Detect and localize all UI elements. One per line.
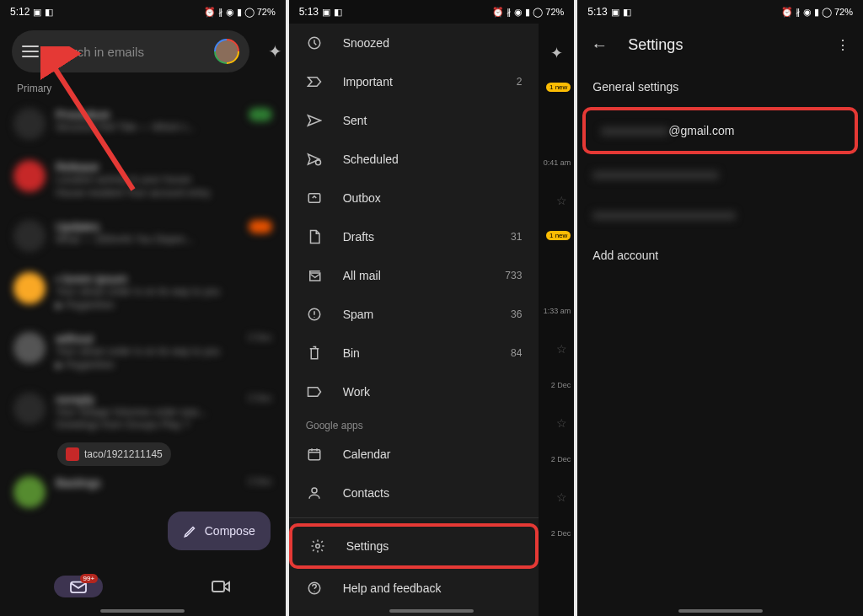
nav-help[interactable]: Help and feedback <box>289 569 539 608</box>
spam-icon <box>306 306 323 323</box>
notif-icon-2: ◧ <box>334 7 342 18</box>
clock-icon <box>306 35 323 51</box>
nav-important[interactable]: Important 2 <box>289 62 539 101</box>
star-icon[interactable]: ☆ <box>556 490 567 504</box>
help-icon <box>306 580 323 597</box>
settings-account-2[interactable] <box>577 154 863 195</box>
gear-icon <box>309 538 326 554</box>
settings-account-1[interactable]: @gmail.com <box>586 110 855 151</box>
battery-percent: 72% <box>257 7 276 17</box>
settings-account-3[interactable] <box>577 195 863 235</box>
svg-point-4 <box>315 160 320 165</box>
star-icon[interactable]: ☆ <box>556 416 567 430</box>
notif-icon-2: ◧ <box>623 7 631 18</box>
signal-icon: ▮ <box>525 7 530 18</box>
nav-section-header: Google apps <box>289 411 539 435</box>
status-time: 5:13 <box>587 6 607 18</box>
drawer-scrim[interactable]: ✦ 1 new 0:41 am☆ 1 new 1:33 am☆ 2 Dec☆ 2… <box>539 40 574 616</box>
back-arrow-icon[interactable]: ← <box>591 35 608 55</box>
email-item[interactable]: ▪ lorem ipsum Your ulivan order is on it… <box>0 262 286 322</box>
battery-percent: 72% <box>834 7 853 17</box>
notif-icon: ▣ <box>33 7 41 18</box>
nav-settings[interactable]: Settings <box>292 527 536 565</box>
all-mail-icon <box>306 267 323 284</box>
nav-handle[interactable] <box>100 609 185 613</box>
nav-outbox[interactable]: Outbox <box>289 179 539 217</box>
profile-avatar[interactable] <box>214 39 239 64</box>
email-item[interactable]: Procedure Structure Ref Title — Which t.… <box>0 98 286 150</box>
hamburger-menu-icon[interactable] <box>22 46 39 57</box>
bluetooth-icon: ∦ <box>218 7 223 18</box>
nav-contacts[interactable]: Contacts <box>289 474 539 512</box>
nav-work[interactable]: Work <box>289 372 539 411</box>
email-item[interactable]: Release Location activity in your houseH… <box>0 150 286 210</box>
divider <box>289 517 539 518</box>
compose-button[interactable]: Compose <box>168 512 271 550</box>
settings-add-account[interactable]: Add account <box>577 235 863 276</box>
email-item[interactable]: Updates What — 200mAh You Depen... <box>0 210 286 262</box>
mail-tab[interactable]: 99+ <box>54 576 103 597</box>
wifi-icon: ◉ <box>803 7 812 18</box>
svg-point-10 <box>315 544 319 549</box>
settings-panel: 5:13 ▣ ◧ ⏰ ∦ ◉ ▮ ◯ 72% ← Settings ⋮ Gene… <box>577 0 863 616</box>
battery-percent: 72% <box>545 7 564 17</box>
svg-rect-1 <box>212 581 224 592</box>
bottom-nav: 99+ <box>0 569 286 604</box>
signal-icon: ▮ <box>237 7 242 18</box>
email-item[interactable]: Bastings 2 Dec <box>0 466 286 518</box>
contacts-icon <box>306 485 323 501</box>
outbox-icon <box>306 190 323 206</box>
sparkle-icon[interactable]: ✦ <box>539 40 574 66</box>
drawer-panel: 5:13 ▣ ◧ ⏰ ∦ ◉ ▮ ◯ 72% ✦ 1 new 0:41 am☆ … <box>289 0 575 616</box>
sparkle-icon[interactable]: ✦ <box>268 41 282 62</box>
highlight-box: @gmail.com <box>582 107 858 154</box>
search-bar[interactable]: Search in emails <box>12 30 249 72</box>
nav-drafts[interactable]: Drafts 31 <box>289 217 539 256</box>
highlight-box: Settings <box>289 523 539 569</box>
more-icon[interactable]: ⋮ <box>836 37 850 53</box>
svg-point-9 <box>312 488 317 493</box>
nav-bin[interactable]: Bin 84 <box>289 334 539 372</box>
notif-icon-2: ◧ <box>45 7 53 18</box>
pdf-icon <box>66 447 79 461</box>
status-time: 5:12 <box>10 6 29 18</box>
settings-header: ← Settings ⋮ <box>577 24 863 67</box>
calendar-icon <box>306 446 323 463</box>
inbox-panel: 5:12 ▣ ◧ ⏰ ∦ ◉ ▮ ◯ 72% Search in emails … <box>0 0 286 616</box>
bluetooth-icon: ∦ <box>507 7 512 18</box>
attachment-chip[interactable]: taco/1921211145 <box>57 442 171 466</box>
svg-rect-5 <box>308 194 320 203</box>
status-bar: 5:13 ▣ ◧ ⏰ ∦ ◉ ▮ ◯ 72% <box>289 0 575 24</box>
svg-rect-8 <box>308 450 320 460</box>
settings-general[interactable]: General settings <box>577 67 863 107</box>
star-icon[interactable]: ☆ <box>556 194 567 207</box>
email-item[interactable]: noreply Your Swapp Volumes order was...G… <box>0 383 286 442</box>
notif-icon: ▣ <box>611 7 619 18</box>
nav-snoozed[interactable]: Snoozed <box>289 24 539 62</box>
video-icon <box>211 579 231 594</box>
nav-scheduled[interactable]: Scheduled <box>289 140 539 179</box>
status-time: 5:13 <box>299 6 319 18</box>
search-input[interactable]: Search in emails <box>51 45 202 59</box>
nav-handle[interactable] <box>678 609 763 613</box>
nav-calendar[interactable]: Calendar <box>289 435 539 474</box>
scheduled-icon <box>306 151 323 168</box>
signal-icon: ▮ <box>814 7 819 18</box>
nav-handle[interactable] <box>389 609 474 613</box>
mail-badge: 99+ <box>80 574 99 583</box>
attachment-chip-row: taco/1921211145 <box>0 442 286 466</box>
star-icon[interactable]: ☆ <box>556 342 567 356</box>
status-bar: 5:13 ▣ ◧ ⏰ ∦ ◉ ▮ ◯ 72% <box>577 0 863 24</box>
page-title: Settings <box>628 36 816 54</box>
nav-spam[interactable]: Spam 36 <box>289 295 539 334</box>
email-item[interactable]: without Your ulivan order is on its way … <box>0 322 286 382</box>
battery-saver-icon: ◯ <box>533 7 543 18</box>
status-bar: 5:12 ▣ ◧ ⏰ ∦ ◉ ▮ ◯ 72% <box>0 0 286 24</box>
bluetooth-icon: ∦ <box>796 7 801 18</box>
nav-sent[interactable]: Sent <box>289 101 539 140</box>
wifi-icon: ◉ <box>226 7 234 18</box>
battery-saver-icon: ◯ <box>822 7 832 18</box>
nav-all-mail[interactable]: All mail 733 <box>289 256 539 295</box>
label-icon <box>306 383 323 400</box>
meet-tab[interactable] <box>211 579 231 594</box>
